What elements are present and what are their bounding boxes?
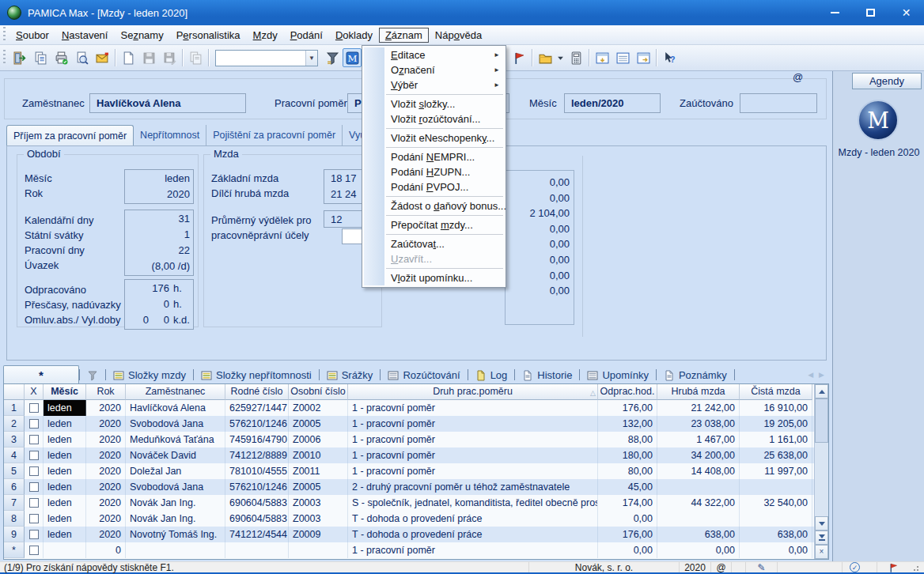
grid-scrollbar[interactable]: ×: [814, 384, 828, 559]
checkbox-unchecked[interactable]: [29, 514, 39, 523]
checkbox-unchecked[interactable]: [29, 403, 39, 413]
panel-layout-side-button[interactable]: [633, 48, 653, 68]
menubar-grip[interactable]: [3, 27, 6, 43]
table-row[interactable]: 6leden2020Svobodová Jana576210/1246Z0005…: [4, 479, 814, 495]
agendas-header-button[interactable]: Agendy: [852, 73, 922, 89]
save-record-button[interactable]: [138, 48, 159, 68]
menubar-item-mzdy[interactable]: Mzdy: [247, 28, 284, 43]
menu-item-prepocitat-mzdy[interactable]: Přepočítat mzdy...: [362, 217, 506, 232]
menu-item-podani-pvpoj[interactable]: Podání PVPOJ...: [362, 179, 506, 194]
resize-grip[interactable]: [910, 562, 924, 572]
checkbox-unchecked[interactable]: [29, 435, 39, 444]
menubar-item-soubor[interactable]: Soubor: [9, 28, 55, 43]
panel-layout-full-button[interactable]: [612, 48, 633, 68]
menubar-item-personalistika[interactable]: Personalistika: [170, 28, 247, 43]
calculator-button[interactable]: [566, 48, 586, 68]
menu-item-vlozit-slozky[interactable]: Vložit složky...: [362, 96, 506, 111]
menu-item-vlozit-upominku[interactable]: Vložit upomínku...: [362, 270, 506, 285]
row-number[interactable]: 1: [4, 400, 25, 416]
context-help-button[interactable]: ?: [659, 48, 680, 68]
tab-srazky[interactable]: Srážky: [320, 367, 381, 383]
tab-filter[interactable]: [80, 367, 105, 383]
checkbox-unchecked[interactable]: [29, 451, 39, 460]
column-header-rok[interactable]: Rok: [86, 384, 126, 400]
menu-item-podani-hzupn[interactable]: Podání HZUPN...: [362, 164, 506, 179]
row-number[interactable]: 3: [4, 432, 25, 447]
close-button[interactable]: ✕: [888, 0, 924, 25]
tab-slozky-mzdy[interactable]: Složky mzdy: [106, 367, 193, 383]
column-header-druh-prac-pomeru[interactable]: Druh prac.poměru△: [348, 384, 598, 400]
menu-item-zauctovat[interactable]: Zaúčtovat...: [362, 236, 506, 251]
menubar-item-napoveda[interactable]: Nápověda: [429, 28, 488, 43]
scroll-up-button[interactable]: [815, 384, 828, 398]
column-header-mesic[interactable]: Měsíc: [44, 384, 86, 400]
column-header-rownum[interactable]: [4, 384, 25, 400]
table-row[interactable]: 4leden2020Nováček David741212/8889Z00101…: [4, 447, 814, 463]
column-header-zamestnanec[interactable]: Zaměstnanec: [126, 384, 225, 400]
tab-poznamky[interactable]: Poznámky: [657, 367, 734, 383]
table-row[interactable]: 2leden2020Svobodová Jana576210/1246Z0005…: [4, 416, 814, 432]
save-record-copy-button[interactable]: [159, 48, 180, 68]
scroll-down-button[interactable]: [815, 516, 828, 531]
posted-field[interactable]: [740, 93, 817, 113]
tab-log[interactable]: Log: [468, 367, 515, 383]
checkbox-unchecked[interactable]: [29, 546, 39, 555]
filter-records-button[interactable]: [322, 48, 343, 68]
menubar-item-podani[interactable]: Podání: [284, 28, 329, 43]
table-row[interactable]: 5leden2020Doležal Jan781010/4555Z00111 -…: [4, 463, 814, 479]
table-row[interactable]: *01 - pracovní poměr0,000,000,00: [4, 542, 814, 558]
menubar-item-doklady[interactable]: Doklady: [329, 28, 379, 43]
menu-item-editace[interactable]: Editace►: [362, 47, 506, 62]
tab-rozuctovani[interactable]: Rozúčtování: [381, 367, 467, 383]
paste-record-button[interactable]: [30, 48, 51, 68]
row-number[interactable]: *: [4, 542, 25, 558]
payroll-agenda-icon[interactable]: M: [858, 100, 899, 141]
menu-item-vlozit-eneschopenky[interactable]: Vložit eNeschopenky...: [362, 130, 506, 145]
checkbox-unchecked[interactable]: [29, 466, 39, 476]
print-button[interactable]: [51, 48, 71, 68]
column-header-hruba-mzda[interactable]: Hrubá mzda: [657, 384, 740, 400]
arrow-right-icon[interactable]: ▶: [819, 371, 824, 379]
checkbox-unchecked[interactable]: [29, 530, 39, 539]
open-folder-button[interactable]: [535, 48, 555, 68]
period-month-year-box[interactable]: leden2020: [124, 169, 194, 204]
minimize-button[interactable]: [817, 0, 853, 25]
row-number[interactable]: 6: [4, 479, 25, 495]
folder-dropdown-button[interactable]: [555, 48, 566, 68]
tab-pojisteni-za-pracovni-pomer[interactable]: Pojištění za pracovní poměr: [206, 125, 343, 145]
row-number[interactable]: 2: [4, 416, 25, 432]
menu-item-podani-nempri[interactable]: Podání NEMPRI...: [362, 149, 506, 164]
table-row[interactable]: 3leden2020Meduňková Taťána745916/4790Z00…: [4, 432, 814, 447]
month-field[interactable]: leden/2020: [564, 93, 661, 113]
send-mail-button[interactable]: [92, 48, 112, 68]
column-header-x[interactable]: X: [25, 384, 44, 400]
statusbar-check-indicator[interactable]: ✓: [842, 562, 867, 572]
quick-search-combobox[interactable]: ▼: [215, 50, 318, 66]
tab-scroll-arrows[interactable]: ◀▶: [808, 371, 831, 379]
print-preview-button[interactable]: [71, 48, 92, 68]
menu-item-oznaceni[interactable]: Označení►: [362, 62, 506, 77]
table-row[interactable]: 7leden2020Novák Jan Ing.690604/5883Z0003…: [4, 495, 814, 511]
column-header-rodne-cislo[interactable]: Rodné číslo: [225, 384, 289, 400]
checkbox-unchecked[interactable]: [29, 498, 39, 508]
grid-extra-button[interactable]: ×: [815, 545, 828, 559]
menubar-item-seznamy[interactable]: Seznamy: [114, 28, 169, 43]
arrow-left-icon[interactable]: ◀: [808, 371, 813, 379]
row-number[interactable]: 7: [4, 495, 25, 511]
record-flag-button[interactable]: [509, 48, 529, 68]
checkbox-unchecked[interactable]: [29, 482, 39, 492]
menubar-item-zaznam[interactable]: Záznam: [379, 28, 429, 43]
checkbox-unchecked[interactable]: [29, 419, 39, 429]
menubar-item-nastaveni[interactable]: Nastavení: [55, 28, 115, 43]
row-number[interactable]: 5: [4, 463, 25, 479]
chevron-down-icon[interactable]: ▼: [305, 51, 317, 66]
period-days-box[interactable]: 31122(8,00 /d): [124, 210, 194, 276]
column-header-odprac-hod[interactable]: Odprac.hod.: [598, 384, 657, 400]
scroll-to-end-button[interactable]: [815, 531, 828, 545]
scrollbar-thumb[interactable]: [815, 398, 828, 443]
copy-record-button[interactable]: [185, 48, 206, 68]
tab-upominky[interactable]: Upomínky: [580, 367, 656, 383]
column-header-cista-mzda[interactable]: Čistá mzda: [740, 384, 812, 400]
toolbar-grip[interactable]: [3, 50, 6, 66]
exit-agenda-button[interactable]: [9, 48, 30, 68]
